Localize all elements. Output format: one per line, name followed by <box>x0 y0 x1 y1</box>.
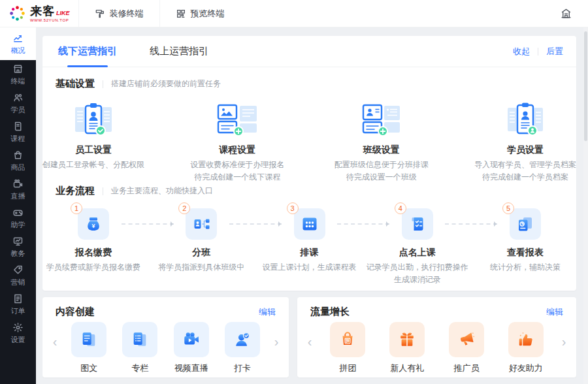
sidebar-nav: 概况 终端 学员 课程 商品 直播 助学 <box>0 27 36 384</box>
guide-tabs: 线下运营指引 线上运营指引 收起 后置 <box>42 36 576 67</box>
sidebar-item-goods[interactable]: 商品 <box>0 146 36 175</box>
sidebar-item-label: 订单 <box>11 306 25 316</box>
brand-suffix: LIKE <box>56 10 70 17</box>
growth-item-group-buy[interactable]: 拼 拼团 <box>318 322 378 374</box>
growth-item-friend-boost[interactable]: 好友助力 <box>496 322 555 374</box>
panel-header: 流量增长 编辑 <box>297 297 576 318</box>
overview-chart-icon <box>12 33 24 44</box>
shop-building-icon[interactable] <box>560 7 572 20</box>
section-divider <box>103 187 103 195</box>
preview-terminal-button[interactable]: 预览终端 <box>159 0 240 27</box>
card-desc: 待完成创建一个线下课程 <box>186 172 288 181</box>
step-desc: 生成课消记录 <box>367 274 468 283</box>
chevron-right-icon[interactable]: › <box>268 335 285 348</box>
card-desc: 设置收费标准便于办理报名 <box>186 159 288 168</box>
flow-arrow <box>122 223 174 225</box>
sidebar-item-live[interactable]: 直播 <box>0 175 36 204</box>
sidebar-item-terminal[interactable]: 终端 <box>0 60 36 89</box>
sidebar-item-study-aid[interactable]: 助学 <box>0 204 36 232</box>
brand-logo[interactable]: 来客 LIKE WWW.52YUN.TOP <box>0 0 78 27</box>
card-desc: 待完成设置一个班级 <box>331 172 433 181</box>
sidebar-item-label: 助学 <box>11 220 25 230</box>
content-creation-panel: 内容创建 编辑 ‹ 图文 <box>42 297 289 377</box>
study-aid-gamepad-icon <box>12 207 24 218</box>
sidebar-item-label: 学员 <box>11 105 25 115</box>
content-item-article[interactable]: 图文 <box>63 322 114 374</box>
business-flow-header: 业务流程 业务主要流程、功能快捷入口 <box>56 185 213 197</box>
card-student-setup[interactable]: 学员设置 导入现有学员、管理学员档案 待完成创建一个学员档案 <box>474 101 576 181</box>
scrollbar[interactable] <box>583 27 588 384</box>
sidebar-item-courses[interactable]: 课程 <box>0 118 36 146</box>
storefront-icon <box>12 63 24 74</box>
sidebar-item-orders[interactable]: 订单 <box>0 290 36 319</box>
decorate-terminal-button[interactable]: 装修终端 <box>78 0 159 27</box>
business-flow-row: 1 ¥ 报名缴费 学员续费或新学员报名缴费 2 <box>42 202 576 283</box>
card-class-setup[interactable]: 班级设置 配置班级信息便于分班排课 待完成设置一个班级 <box>331 101 433 181</box>
sidebar-item-label: 直播 <box>11 191 25 201</box>
step-assign-class[interactable]: 2 分班 将学员指派到具体班级中 <box>150 202 252 283</box>
assign-class-icon <box>186 208 217 240</box>
report-icon <box>510 208 541 240</box>
sidebar-item-marketing[interactable]: 营销 <box>0 261 36 290</box>
class-setup-icon <box>331 101 433 138</box>
card-desc: 配置班级信息便于分班排课 <box>331 159 433 168</box>
step-rollcall[interactable]: 4 点名上课 记录学员出勤，执行扣费操作 生成课消记录 <box>367 202 468 283</box>
enroll-pay-icon: ¥ <box>78 208 109 240</box>
step-desc: 学员续费或新学员报名缴费 <box>42 262 144 271</box>
sidebar-item-students[interactable]: 学员 <box>0 89 36 118</box>
sidebar-item-label: 课程 <box>11 134 25 144</box>
content-item-checkin[interactable]: 打卡 <box>217 322 268 374</box>
brand-site: WWW.52YUN.TOP <box>30 18 70 22</box>
section-title: 业务流程 <box>56 185 95 197</box>
marketing-tag-icon <box>12 264 24 276</box>
scrollbar-thumb[interactable] <box>584 31 587 141</box>
sidebar-item-label: 商品 <box>11 163 25 172</box>
send-back-link[interactable]: 后置 <box>546 46 563 57</box>
brand-name: 来客 <box>30 5 55 17</box>
collapse-link[interactable]: 收起 <box>513 46 530 57</box>
sidebar-item-label: 营销 <box>11 278 25 287</box>
item-label: 图文 <box>63 362 114 374</box>
content-edit-link[interactable]: 编辑 <box>259 306 276 318</box>
preview-terminal-label: 预览终端 <box>191 8 225 20</box>
card-course-setup[interactable]: 课程设置 设置收费标准便于办理报名 待完成创建一个线下课程 <box>186 101 288 181</box>
sidebar-item-overview[interactable]: 概况 <box>0 27 36 60</box>
sidebar-item-settings[interactable]: 设置 <box>0 319 36 347</box>
growth-item-newcomer-gift[interactable]: 新人有礼 <box>378 322 437 374</box>
article-icon <box>71 322 106 357</box>
step-enroll-pay[interactable]: 1 ¥ 报名缴费 学员续费或新学员报名缴费 <box>42 202 144 283</box>
newcomer-gift-icon <box>389 322 425 357</box>
step-number-badge: 3 <box>287 202 299 214</box>
operation-guide-card: 线下运营指引 线上运营指引 收起 后置 基础设置 搭建店铺前必须要做的前置任务 <box>42 36 576 291</box>
step-desc: 将学员指派到具体班级中 <box>150 262 252 271</box>
tab-online-guide[interactable]: 线上运营指引 <box>147 36 211 67</box>
card-desc <box>42 172 144 181</box>
step-title: 排课 <box>259 247 361 259</box>
content-item-video-live[interactable]: 视频直播 <box>166 322 217 374</box>
tab-offline-guide[interactable]: 线下运营指引 <box>56 36 120 67</box>
panel-carousel: ‹ 图文 专栏 <box>42 318 289 374</box>
step-number-badge: 5 <box>502 202 514 214</box>
guide-actions: 收起 后置 <box>513 46 563 57</box>
sidebar-item-academic[interactable]: 教务 <box>0 232 36 261</box>
step-view-reports[interactable]: 5 查看报表 统计分析，辅助决策 <box>474 202 576 283</box>
card-staff-setup[interactable]: 员工设置 创建员工登录帐号、分配权限 <box>42 101 144 181</box>
panel-title: 内容创建 <box>56 306 95 318</box>
item-label: 新人有礼 <box>378 362 437 374</box>
section-subtitle: 业务主要流程、功能快捷入口 <box>111 185 213 197</box>
chevron-left-icon[interactable]: ‹ <box>46 335 63 348</box>
sidebar-item-label: 教务 <box>11 249 25 259</box>
section-divider <box>103 80 103 88</box>
card-title: 员工设置 <box>42 144 144 156</box>
content-item-column[interactable]: 专栏 <box>114 322 165 374</box>
section-subtitle: 搭建店铺前必须要做的前置任务 <box>111 78 221 89</box>
growth-edit-link[interactable]: 编辑 <box>546 306 563 318</box>
chevron-left-icon[interactable]: ‹ <box>301 335 318 348</box>
tab-offline-guide-label: 线下运营指引 <box>58 45 117 57</box>
step-schedule[interactable]: 3 排课 设置上课计划，生成课程表 <box>259 202 361 283</box>
paint-roller-icon <box>95 8 105 19</box>
chevron-right-icon[interactable]: › <box>555 335 572 348</box>
step-desc <box>150 274 252 283</box>
growth-item-promoter[interactable]: 推广员 <box>437 322 497 374</box>
qr-code-icon <box>176 8 186 19</box>
